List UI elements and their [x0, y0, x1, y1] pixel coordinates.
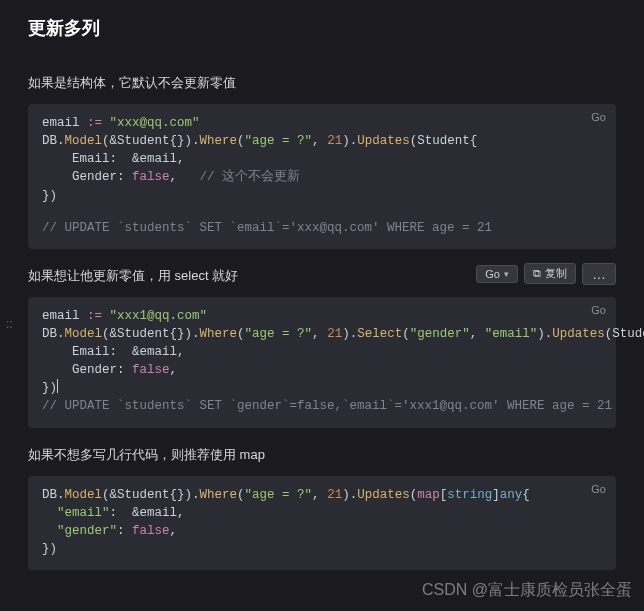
more-button[interactable]: … [582, 263, 616, 285]
paragraph-3: 如果不想多写几行代码，则推荐使用 map [28, 446, 616, 464]
text-cursor-icon [57, 379, 58, 393]
copy-button[interactable]: ⧉ 复制 [524, 263, 576, 284]
page-title: 更新多列 [28, 16, 616, 40]
watermark: CSDN @富士康质检员张全蛋 [422, 580, 632, 601]
code-block-2[interactable]: Go email := "xxx1@qq.com" DB.Model(&Stud… [28, 297, 616, 428]
paragraph-1: 如果是结构体，它默认不会更新零值 [28, 74, 616, 92]
code-lang-label: Go [591, 110, 606, 126]
language-dropdown-label: Go [485, 268, 500, 280]
copy-button-label: 复制 [545, 266, 567, 281]
code-lang-label: Go [591, 482, 606, 498]
drag-handle-icon[interactable]: :: [6, 317, 13, 331]
code-lang-label: Go [591, 303, 606, 319]
code-block-3: Go DB.Model(&Student{}).Where("age = ?",… [28, 476, 616, 571]
chevron-down-icon: ▾ [504, 269, 509, 279]
code-block-1: Go email := "xxx@qq.com" DB.Model(&Stude… [28, 104, 616, 249]
copy-icon: ⧉ [533, 268, 541, 279]
language-dropdown[interactable]: Go ▾ [476, 265, 518, 283]
more-icon: … [589, 266, 609, 282]
